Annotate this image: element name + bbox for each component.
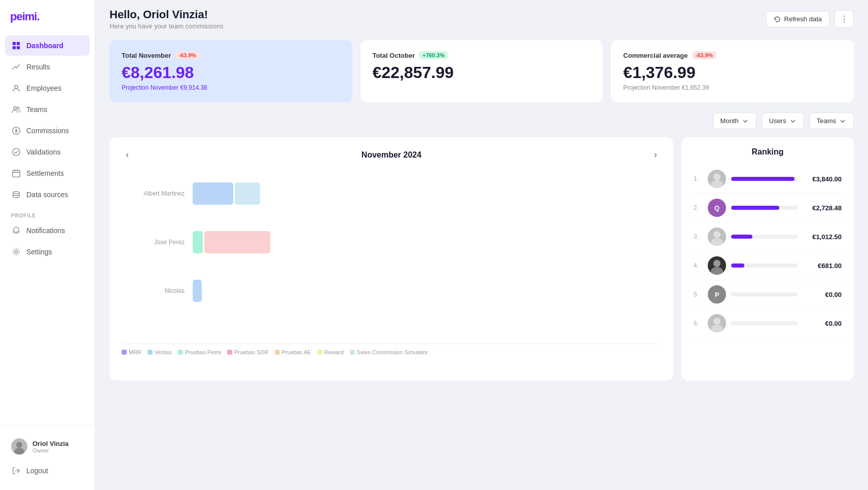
chart-icon: [11, 62, 21, 72]
database-icon: [11, 190, 21, 200]
refresh-icon: [773, 15, 781, 23]
svg-point-11: [15, 251, 18, 253]
rank-amount: €3,840.00: [803, 175, 842, 183]
rank-avatar: [708, 314, 726, 332]
legend-label: Reward: [324, 349, 344, 355]
card-projection: Projection November €1,652.39: [623, 84, 842, 91]
sidebar: peimi. Dashboard Results: [0, 0, 95, 490]
app-logo: peimi.: [0, 0, 95, 35]
card-commercial-average: Commercial average -63.9% €1,376.99 Proj…: [611, 40, 854, 102]
bars-wrapper: [193, 231, 270, 253]
month-filter-label: Month: [720, 117, 739, 125]
refresh-label: Refresh data: [784, 15, 822, 23]
sidebar-item-label: Teams: [26, 105, 47, 114]
month-filter[interactable]: Month: [713, 112, 756, 129]
bar-segment: [235, 182, 260, 205]
sidebar-bottom: Oriol Vinzia Owner Logout: [0, 426, 95, 490]
svg-rect-1: [17, 42, 20, 45]
logout-button[interactable]: Logout: [5, 461, 90, 481]
legend-item: Reward: [317, 349, 344, 355]
ranking-item: 4.€681.00: [694, 251, 842, 280]
rank-bar-container: [731, 206, 798, 210]
bell-icon: [11, 225, 21, 236]
sidebar-item-dashboard[interactable]: Dashboard: [5, 35, 90, 56]
sidebar-item-commissions[interactable]: Commissions: [5, 121, 90, 141]
rank-bar-container: [731, 177, 798, 181]
ranking-item: 3.€1,012.50: [694, 222, 842, 251]
chevron-down-icon: [789, 118, 797, 125]
bar-label: Albert Martinez: [122, 190, 193, 197]
bottom-row: ‹ November 2024 › Albert MartinezJose Pe…: [110, 137, 854, 381]
rank-amount: €1,012.50: [803, 233, 842, 241]
legend-item: Ventas: [148, 349, 172, 355]
sidebar-item-results[interactable]: Results: [5, 57, 90, 77]
card-badge: +760.3%: [419, 51, 448, 59]
users-filter[interactable]: Users: [762, 112, 804, 129]
page-title: Hello, Oriol Vinzia!: [110, 8, 224, 21]
ranking-list: 1.€3,840.002.Q€2,728.483.€1,012.504.€681…: [694, 165, 842, 338]
legend-dot: [275, 350, 280, 355]
card-title: Total November: [122, 52, 171, 59]
legend-item: MRR: [122, 349, 141, 355]
rank-bar-container: [731, 263, 798, 268]
rank-number: 4.: [694, 262, 703, 269]
rank-number: 5.: [694, 291, 703, 298]
chart-legend: MRRVentasPruebas PeimiPruebas SDRPruebas…: [122, 344, 661, 355]
ranking-item: 1.€3,840.00: [694, 165, 842, 194]
bar-label: Jose Perez: [122, 239, 193, 246]
refresh-button[interactable]: Refresh data: [766, 11, 829, 27]
card-badge: -63.9%: [692, 51, 717, 59]
sidebar-item-settings[interactable]: Settings: [5, 242, 90, 262]
sidebar-item-settlements[interactable]: Settlements: [5, 163, 90, 183]
svg-point-5: [14, 107, 16, 109]
header-right: Refresh data ⋮: [766, 10, 854, 28]
filters-row: Month Users Teams: [110, 112, 854, 129]
sidebar-item-notifications[interactable]: Notifications: [5, 220, 90, 241]
sidebar-item-validations[interactable]: Validations: [5, 142, 90, 162]
legend-item: Pruebas SDR: [227, 349, 268, 355]
sidebar-item-label: Settings: [26, 248, 52, 256]
teams-filter[interactable]: Teams: [809, 112, 854, 129]
page-header: Hello, Oriol Vinzia! Here you have your …: [95, 0, 868, 36]
people-icon: [11, 104, 21, 115]
svg-point-4: [15, 85, 18, 88]
legend-dot: [178, 350, 183, 355]
rank-avatar: [708, 228, 726, 246]
card-amount: €1,376.99: [623, 63, 842, 82]
rank-avatar: Q: [708, 199, 726, 217]
card-amount: €22,857.99: [373, 63, 591, 82]
sidebar-item-teams[interactable]: Teams: [5, 99, 90, 120]
sidebar-item-data-sources[interactable]: Data sources: [5, 184, 90, 205]
chart-card: ‹ November 2024 › Albert MartinezJose Pe…: [110, 137, 673, 381]
bar-segment: [193, 280, 202, 302]
rank-bar-container: [731, 235, 798, 239]
logout-label: Logout: [26, 467, 48, 475]
legend-label: Ventas: [155, 349, 172, 355]
legend-dot: [227, 350, 232, 355]
ranking-item: 2.Q€2,728.48: [694, 194, 842, 222]
bar-label: Nicolas: [122, 287, 193, 294]
ranking-item: 6.€0.00: [694, 309, 842, 338]
main-nav: Dashboard Results Employees: [0, 35, 95, 426]
svg-point-19: [713, 231, 720, 238]
legend-dot: [317, 350, 322, 355]
chart-prev-button[interactable]: ‹: [122, 147, 133, 162]
rank-number: 3.: [694, 233, 703, 240]
chart-next-button[interactable]: ›: [650, 147, 661, 162]
profile-section-label: PROFILE: [5, 206, 90, 220]
rank-bar-fill: [731, 235, 752, 239]
legend-dot: [148, 350, 153, 355]
user-name: Oriol Vinzia: [32, 440, 68, 447]
rank-bar-fill: [731, 177, 794, 181]
more-button[interactable]: ⋮: [835, 10, 854, 28]
sidebar-item-employees[interactable]: Employees: [5, 78, 90, 98]
header-left: Hello, Oriol Vinzia! Here you have your …: [110, 8, 224, 30]
page-subtitle: Here you have your team commissions: [110, 22, 224, 30]
card-total-october: Total October +760.3% €22,857.99: [360, 40, 603, 102]
legend-label: Pruebas Peimi: [185, 349, 222, 355]
rank-avatar: [708, 170, 726, 188]
rank-avatar: [708, 256, 726, 275]
person-icon: [11, 83, 21, 93]
rank-number: 2.: [694, 204, 703, 211]
sidebar-item-label: Commissions: [26, 127, 69, 135]
